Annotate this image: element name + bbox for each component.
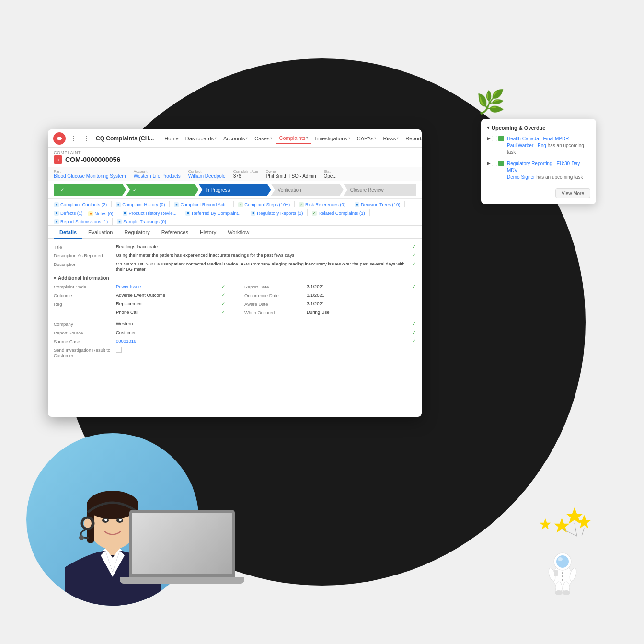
app-window: ⋮⋮⋮ CQ Complaints (CH... Home Dashboards… [48,129,422,417]
step-2[interactable]: ✓ [126,184,198,196]
nav-cases[interactable]: Cases ▾ [252,134,275,143]
tab-complaint-contacts[interactable]: ■ Complaint Contacts (2) [52,201,109,208]
tab-complaint-steps[interactable]: ✓ Complaint Steps (10+) [236,201,292,208]
form-row-outcome: Outcome Adverse Event Outcome ✓ [54,292,225,298]
nav-accounts[interactable]: Accounts ▾ [220,134,251,143]
form-row-when-occurred: When Occured During Use [244,310,416,315]
svg-marker-20 [540,518,551,529]
tab-sample-trackings[interactable]: ■ Sample Trackings (0) [115,218,169,225]
detail-tab-regulatory[interactable]: Regulatory [118,227,155,239]
complaint-icon: C [54,155,62,164]
nav-complaints[interactable]: Complaints ▾ [276,133,311,144]
tab-icon-defects: ■ [54,211,59,216]
tab-defects[interactable]: ■ Defects (1) [52,209,85,217]
form-row-title: Title Readings Inaccurate ✓ [54,244,416,250]
detail-tab-evaluation[interactable]: Evaluation [82,227,118,239]
form-row-reg: Reg Replacement ✓ [54,301,225,307]
tab-icon-submissions: ■ [54,219,59,224]
svg-rect-34 [554,570,558,576]
tab-product-history[interactable]: ■ Product History Revie... [120,209,179,217]
step-1[interactable]: ✓ [54,184,126,196]
meta-part: Part Blood Glucose Monitoring System [54,169,126,179]
stars-astronaut-decoration [534,505,591,596]
form-row-complaint-code: Complaint Code Power Issue ✓ [54,284,225,289]
detail-tab-references[interactable]: References [156,227,194,239]
send-inv-checkbox[interactable] [116,347,122,353]
tab-related-complaints[interactable]: ✓ Related Complaints (1) [310,209,367,217]
meta-account: Account Western Life Products [134,169,181,179]
additional-fields: Complaint Code Power Issue ✓ Outcome Adv… [54,284,416,318]
meta-row: Part Blood Glucose Monitoring System Acc… [48,167,422,181]
notif-square-1 [498,136,504,141]
tab-icon-product: ■ [123,211,127,216]
notif-item-2: ▶ Regulatory Reporting - EU:30-Day MDV D… [487,161,590,181]
detail-tab-details[interactable]: Details [54,227,82,239]
chevron-down-icon: ▾ [487,125,490,131]
nav-reports[interactable]: Reports [402,134,422,143]
svg-point-37 [562,579,564,581]
step-in-progress[interactable]: In Progress [198,184,271,196]
tab-icon-record: ■ [174,202,179,207]
logo-icon [53,132,66,145]
complaint-label: Complaint [54,150,416,155]
view-more-button[interactable]: View More [555,188,590,198]
meta-owner: Owner Phil Smith TSO - Admin [266,169,316,179]
tab-icon-steps: ✓ [238,202,243,207]
notif-icon-col-1: ▶ [487,136,504,141]
tab-icon-related: ✓ [312,211,317,216]
svg-point-32 [555,590,563,595]
step-verification[interactable]: Verification [271,184,344,196]
form-row-report-source: Report Source Customer ✓ [54,330,416,335]
progress-bar: ✓ ✓ In Progress Verification Closure Rev… [48,181,422,199]
astronaut-svg [543,548,582,596]
collapse-arrow: ▾ [54,276,56,281]
tab-icon-samples: ■ [117,219,122,224]
detail-tabs: Details Evaluation Regulatory References… [48,227,422,239]
additional-info-header[interactable]: ▾ Additional Information [54,276,416,281]
app-name: CQ Complaints (CH... [96,135,154,142]
form-row-company: Company Western ✓ [54,321,416,327]
tab-notes[interactable]: ■ Notes (0) [86,210,115,217]
detail-tab-history[interactable]: History [194,227,222,239]
notif-checkbox-1[interactable] [492,136,497,141]
company-fields: Company Western ✓ Report Source Customer… [54,321,416,361]
svg-point-15 [104,519,107,521]
tab-complaint-record[interactable]: ■ Complaint Record Acti... [172,201,231,208]
notif-text-1: Health Canada - Final MPDR Paul Warber -… [507,136,590,156]
stars-svg [534,505,591,548]
grid-icon: ⋮⋮⋮ [70,135,90,142]
tab-bar: ■ Complaint Contacts (2) ■ Complaint His… [48,199,422,226]
nav-dashboards[interactable]: Dashboards ▾ [183,134,219,143]
tab-decision-trees[interactable]: ■ Decision Trees (10) [352,201,402,208]
tab-referred-by[interactable]: ■ Referred By Complaint... [183,209,244,217]
tab-regulatory-reports[interactable]: ■ Regulatory Reports (3) [248,209,305,217]
meta-age: Complaint Age 376 [233,169,258,179]
company-left: Company Western ✓ Report Source Customer… [54,321,416,361]
notif-checkbox-2[interactable] [492,161,497,166]
tab-risk-refs[interactable]: ✓ Risk References (0) [297,201,348,208]
tab-complaint-history[interactable]: ■ Complaint History (0) [114,201,167,208]
additional-right: Report Date 3/1/2021 ✓ Occurrence Date 3… [244,284,416,318]
notif-arrow-2: ▶ [487,161,491,166]
tab-report-submissions[interactable]: ■ Report Submissions (1) [52,218,110,225]
form-row-aware-date: Aware Date 3/1/2021 [244,301,416,307]
nav-risks[interactable]: Risks ▾ [380,134,402,143]
tab-icon-risk: ✓ [299,202,304,207]
detail-tab-workflow[interactable]: Workflow [222,227,255,239]
svg-point-36 [562,575,564,577]
tab-icon-decision: ■ [355,202,359,207]
nav-investigations[interactable]: Investigations ▾ [312,134,353,143]
notif-item-1: ▶ Health Canada - Final MPDR Paul Warber… [487,136,590,156]
notif-icon-col-2: ▶ [487,161,504,166]
tab-icon-contacts: ■ [54,202,59,207]
tab-icon-referred: ■ [185,211,190,216]
form-row-phone: Phone Call ✓ [54,310,225,315]
nav-capas[interactable]: CAPAs ▾ [354,134,380,143]
laptop-screen [129,510,235,577]
nav-links: Home Dashboards ▾ Accounts ▾ Cases ▾ Com… [161,133,422,144]
meta-status: Stat Ope... [324,169,337,179]
nav-home[interactable]: Home [161,134,181,143]
svg-point-12 [79,535,84,540]
step-closure[interactable]: Closure Review [344,184,416,196]
svg-point-33 [563,590,570,595]
